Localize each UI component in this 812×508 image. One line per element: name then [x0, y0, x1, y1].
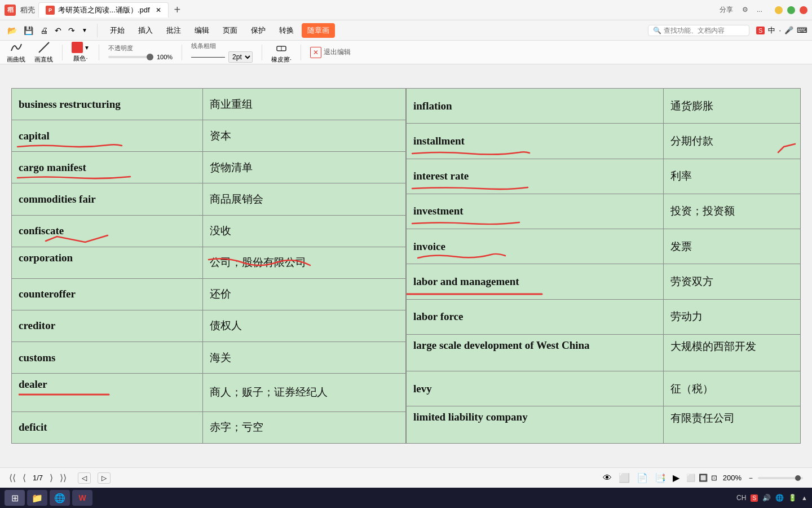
taskbar: ⊞ 📁 🌐 W CH S 🔊 🌐 🔋 ▲ — [0, 488, 812, 508]
sougou-btn4[interactable]: ⌨ — [797, 26, 807, 34]
vocab-container: business restructuring 商业重组 capital 资本 — [11, 88, 801, 444]
menu-start[interactable]: 开始 — [104, 23, 130, 38]
zh-definition: 商品展销会 — [202, 183, 405, 215]
sougou-btn2[interactable]: · — [779, 26, 781, 34]
menu-convert[interactable]: 转换 — [273, 23, 299, 38]
draw-mode-btn[interactable]: 随章画 — [302, 23, 335, 38]
view-mode-btn2[interactable]: ⬜ — [619, 472, 630, 483]
zoom-fit-btn[interactable]: 🔲 — [699, 474, 708, 482]
annotation-underline — [407, 292, 553, 296]
zoom-out-btn[interactable]: － — [747, 473, 754, 483]
undo-btn[interactable]: ↶ — [52, 25, 64, 36]
curve-draw-tool[interactable]: 画曲线 — [7, 41, 25, 64]
table-row: corporation 公司；股份有限公司 — [12, 247, 406, 278]
opacity-track[interactable] — [108, 56, 153, 58]
opacity-thumb[interactable] — [147, 54, 153, 60]
zh-definition: 有限责任公司 — [663, 406, 800, 444]
new-tab-btn[interactable]: + — [174, 3, 181, 16]
minimize-btn[interactable] — [775, 6, 783, 14]
zh-definition: 劳资双方 — [663, 264, 800, 299]
en-term: business restructuring — [12, 89, 203, 120]
menu-insert[interactable]: 插入 — [133, 23, 158, 38]
search-box[interactable]: 🔍 — [648, 25, 749, 36]
taskbar-sound-icon: 🔊 — [762, 494, 771, 502]
next-page-btn[interactable]: ⟩ — [50, 472, 53, 483]
pdf-tab[interactable]: P 考研英语之阅读...诵版）.pdf ✕ — [38, 2, 169, 17]
annotation-underline — [19, 393, 120, 396]
first-page-btn[interactable]: ⟨⟨ — [9, 472, 16, 483]
straight-draw-tool[interactable]: 画直线 — [34, 41, 53, 64]
more-btn[interactable]: ... — [753, 5, 766, 15]
taskbar-start[interactable]: ⊞ — [5, 490, 25, 506]
zh-definition: 征（税） — [663, 371, 800, 406]
search-input[interactable] — [664, 27, 743, 34]
menu-edit[interactable]: 编辑 — [189, 23, 215, 38]
color-tool[interactable]: ▼ 颜色· — [72, 42, 90, 63]
en-term: cargo manifest — [12, 152, 203, 183]
zoom-slider[interactable] — [758, 477, 803, 479]
opacity-label: 不透明度 — [108, 44, 133, 52]
annotation-line — [407, 186, 531, 190]
top-right-actions: 分享 ⚙ ... — [716, 5, 766, 15]
browser-icon: 🌐 — [54, 493, 65, 503]
draw-toolbar: 画曲线 画直线 ▼ 颜色· 不透明度 100% 线条粗细 — [0, 41, 812, 64]
annotation-checkmark — [12, 234, 119, 243]
more-tools-btn[interactable]: ▼ — [79, 26, 90, 34]
last-page-btn[interactable]: ⟩⟩ — [60, 472, 67, 483]
zoom-actual-btn[interactable]: ⊡ — [711, 474, 717, 482]
tab-close[interactable]: ✕ — [156, 6, 161, 14]
table-row: confiscate 没收 — [12, 215, 406, 247]
toolbar-sep1 — [62, 45, 63, 60]
next-page-nav[interactable]: ▷ — [98, 472, 111, 484]
taskbar-time: ▲ — [801, 494, 807, 501]
zoom-thumb[interactable] — [795, 475, 801, 481]
zh-definition: 大规模的西部开发 — [663, 334, 800, 371]
maximize-btn[interactable] — [787, 6, 795, 14]
prev-page-nav[interactable]: ◁ — [78, 472, 91, 484]
table-row: creditor 债权人 — [12, 310, 406, 341]
share-btn[interactable]: 分享 — [716, 5, 736, 15]
zoom-screen-btn[interactable]: ⬜ — [686, 474, 695, 482]
view-mode-btn1[interactable]: 👁 — [603, 473, 612, 483]
annotation-line — [407, 221, 525, 225]
svg-line-0 — [39, 42, 49, 52]
toolbar-sep4 — [262, 45, 262, 60]
sougou-btn1[interactable]: 中 — [768, 25, 775, 36]
open-file-btn[interactable]: 📂 — [5, 25, 20, 36]
thickness-select[interactable]: 2pt 1pt 3pt 4pt — [228, 51, 253, 63]
current-page: 1 — [33, 474, 37, 482]
opacity-control: 不透明度 100% — [108, 44, 173, 60]
table-row: customs 海关 — [12, 342, 406, 374]
sougou-btn3[interactable]: 🎤 — [784, 26, 793, 34]
settings-btn[interactable]: ⚙ — [739, 5, 752, 15]
taskbar-files[interactable]: 📁 — [27, 490, 47, 506]
en-term: inflation — [407, 89, 664, 124]
redo-btn[interactable]: ↷ — [65, 25, 78, 36]
view-mode-btn4[interactable]: 📑 — [655, 472, 666, 483]
play-btn[interactable]: ▶ — [673, 472, 679, 483]
exit-label: 退出编辑 — [324, 47, 351, 57]
exit-edit-btn[interactable]: ✕ 退出编辑 — [310, 47, 351, 58]
print-btn[interactable]: 🖨 — [37, 25, 51, 36]
eraser-tool[interactable]: 橡皮擦· — [271, 41, 292, 64]
prev-page-btn[interactable]: ⟨ — [23, 472, 26, 483]
color-label: 颜色· — [73, 54, 87, 63]
color-dropdown-arrow[interactable]: ▼ — [84, 45, 90, 51]
taskbar-wps[interactable]: W — [72, 490, 92, 506]
close-btn[interactable] — [800, 6, 807, 14]
folder-icon: 📁 — [32, 493, 43, 503]
exit-icon: ✕ — [310, 47, 321, 58]
table-row: business restructuring 商业重组 — [12, 89, 406, 120]
taskbar-browser[interactable]: 🌐 — [50, 490, 70, 506]
en-term: customs — [12, 342, 203, 374]
table-row: counteroffer 还价 — [12, 278, 406, 310]
annotation-checkmark — [775, 141, 798, 158]
view-mode-btn3[interactable]: 📄 — [637, 472, 648, 483]
menu-annotate[interactable]: 批注 — [161, 23, 187, 38]
table-row: commodities fair 商品展销会 — [12, 183, 406, 215]
annotation-checkmark — [407, 251, 508, 260]
save-btn[interactable]: 💾 — [21, 25, 36, 36]
menu-protect[interactable]: 保护 — [245, 23, 271, 38]
tab-label: 考研英语之阅读...诵版）.pdf — [58, 5, 150, 15]
menu-page[interactable]: 页面 — [217, 23, 243, 38]
